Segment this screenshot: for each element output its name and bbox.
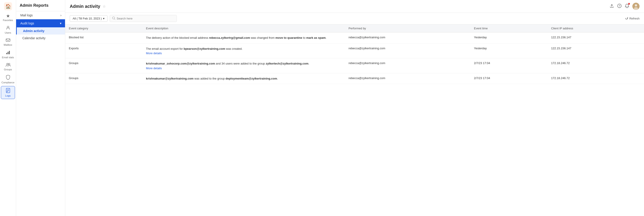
table-row: Groupskrishnakumar_zohocorp.com@zylkertr…	[65, 58, 644, 73]
topbar: Admin activity ☆ ?	[65, 0, 644, 13]
toolbar-left: All ( Till Feb 10, 2023 ) ▾	[70, 15, 177, 22]
groups-label: Groups	[4, 68, 12, 71]
topbar-left: Admin activity ☆	[70, 4, 106, 9]
nav-item-users[interactable]: Users	[1, 24, 15, 36]
cell-event-category: Exports	[65, 43, 142, 58]
groups-icon	[6, 63, 10, 67]
svg-point-18	[634, 7, 638, 10]
nav-item-mailbox[interactable]: Mailbox	[1, 36, 15, 48]
search-box	[110, 15, 177, 22]
svg-rect-4	[6, 53, 7, 54]
toolbar: All ( Till Feb 10, 2023 ) ▾	[65, 13, 644, 24]
table-row: Groupskrishnakumar@zylkertraining.com wa…	[65, 73, 644, 84]
sidebar-sub-item-admin-activity[interactable]: Admin activity	[16, 27, 65, 35]
sidebar-item-mail-logs[interactable]: Mail logs ›	[16, 11, 65, 19]
user-avatar[interactable]	[632, 3, 640, 10]
table-body: Blocked listThe delivery action of the b…	[65, 33, 644, 84]
date-filter-dropdown[interactable]: All ( Till Feb 10, 2023 ) ▾	[70, 15, 108, 22]
cell-performed-by: rebecca@zylkertraining.com	[345, 43, 470, 58]
svg-rect-5	[8, 52, 8, 54]
refresh-button[interactable]: Refresh	[625, 17, 640, 20]
refresh-label: Refresh	[629, 17, 640, 20]
sidebar-item-audit-logs[interactable]: Audit logs ▾	[16, 19, 65, 27]
filter-label: All ( Till Feb 10, 2023 )	[72, 17, 102, 20]
cell-event-category: Groups	[65, 73, 142, 84]
table-header-row: Event category Event description Perform…	[65, 24, 644, 33]
cell-event-description: krishnakumar_zohocorp.com@zylkertraining…	[142, 58, 345, 73]
cell-event-time: Yesterday	[470, 43, 548, 58]
more-details-link[interactable]: More details	[146, 52, 162, 55]
cell-event-description: The email account export for bpearson@zy…	[142, 43, 345, 58]
users-label: Users	[5, 31, 11, 34]
main-content: Admin activity ☆ ?	[65, 0, 644, 216]
nav-item-logs[interactable]: Logs	[1, 86, 15, 99]
more-details-link[interactable]: More details	[146, 67, 162, 70]
event-description-text: The delivery action of the blocked email…	[146, 36, 342, 40]
users-icon	[6, 26, 10, 31]
cell-client-ip: 122.15.156.147	[548, 33, 644, 43]
notifications-icon[interactable]	[625, 4, 629, 9]
activity-table: Event category Event description Perform…	[65, 24, 644, 84]
nav-items-container: 🏠 ★ Favorites Users Mailbox	[0, 2, 16, 99]
mailbox-icon	[6, 38, 10, 43]
search-icon	[112, 17, 115, 20]
upload-icon[interactable]	[610, 4, 614, 9]
col-header-event-description: Event description	[142, 24, 345, 33]
cell-event-category: Groups	[65, 58, 142, 73]
help-icon[interactable]: ?	[617, 4, 622, 9]
nav-item-email-stats[interactable]: Email stats	[1, 48, 15, 60]
cell-event-category: Blocked list	[65, 33, 142, 43]
audit-logs-label: Audit logs	[20, 22, 34, 25]
col-header-client-ip: Client IP address	[548, 24, 644, 33]
nav-item-groups[interactable]: Groups	[1, 61, 15, 73]
nav-item-favorites[interactable]: ★ Favorites	[1, 12, 15, 23]
icon-navigation-bar: 🏠 ★ Favorites Users Mailbox	[0, 0, 16, 216]
sidebar-title: Admin Reports	[16, 0, 65, 11]
admin-activity-label: Admin activity	[23, 29, 44, 33]
cell-performed-by: rebecca@zylkertraining.com	[345, 58, 470, 73]
col-header-event-time: Event time	[470, 24, 548, 33]
cell-performed-by: rebecca@zylkertraining.com	[345, 33, 470, 43]
calendar-activity-label: Calendar activity	[22, 36, 46, 40]
nav-item-compliance[interactable]: Compliance	[1, 73, 15, 86]
favorite-star-icon[interactable]: ☆	[102, 4, 106, 9]
search-input[interactable]	[117, 17, 174, 20]
notification-badge	[628, 3, 630, 5]
svg-text:🏠: 🏠	[5, 4, 11, 9]
table-row: ExportsThe email account export for bpea…	[65, 43, 644, 58]
favorites-label: Favorites	[3, 19, 13, 22]
svg-point-17	[635, 4, 637, 7]
svg-rect-13	[6, 91, 8, 92]
sidebar-panel: Admin Reports Mail logs › Audit logs ▾ A…	[16, 0, 65, 216]
table-row: Blocked listThe delivery action of the b…	[65, 33, 644, 43]
event-description-text: krishnakumar@zylkertraining.com was adde…	[146, 76, 342, 81]
svg-point-7	[6, 63, 8, 65]
mail-logs-label: Mail logs	[20, 14, 32, 17]
cell-event-time: Yesterday	[470, 33, 548, 43]
col-header-performed-by: Performed by	[345, 24, 470, 33]
compliance-icon	[6, 75, 10, 80]
mail-logs-arrow-icon: ›	[60, 14, 62, 17]
email-stats-label: Email stats	[2, 56, 14, 59]
filter-arrow-icon: ▾	[103, 17, 104, 20]
col-header-event-category: Event category	[65, 24, 142, 33]
compliance-label: Compliance	[1, 81, 14, 84]
app-logo: 🏠	[4, 2, 12, 11]
cell-client-ip: 122.15.156.147	[548, 43, 644, 58]
svg-text:?: ?	[619, 5, 620, 8]
cell-event-time: 2/7/23 17:04	[470, 58, 548, 73]
sidebar-sub-item-calendar-activity[interactable]: Calendar activity	[16, 35, 65, 42]
favorites-icon: ★	[6, 14, 10, 18]
audit-logs-arrow-icon: ▾	[60, 22, 62, 25]
refresh-icon	[625, 17, 628, 20]
svg-rect-6	[9, 51, 10, 54]
topbar-right: ?	[610, 3, 640, 10]
cell-client-ip: 172.18.246.72	[548, 73, 644, 84]
svg-point-8	[8, 63, 10, 65]
cell-event-description: krishnakumar@zylkertraining.com was adde…	[142, 73, 345, 84]
cell-event-time: 2/7/23 17:04	[470, 73, 548, 84]
logs-label: Logs	[5, 94, 11, 97]
svg-rect-3	[6, 39, 10, 41]
logs-icon	[6, 88, 10, 94]
event-description-text: krishnakumar_zohocorp.com@zylkertraining…	[146, 61, 342, 66]
